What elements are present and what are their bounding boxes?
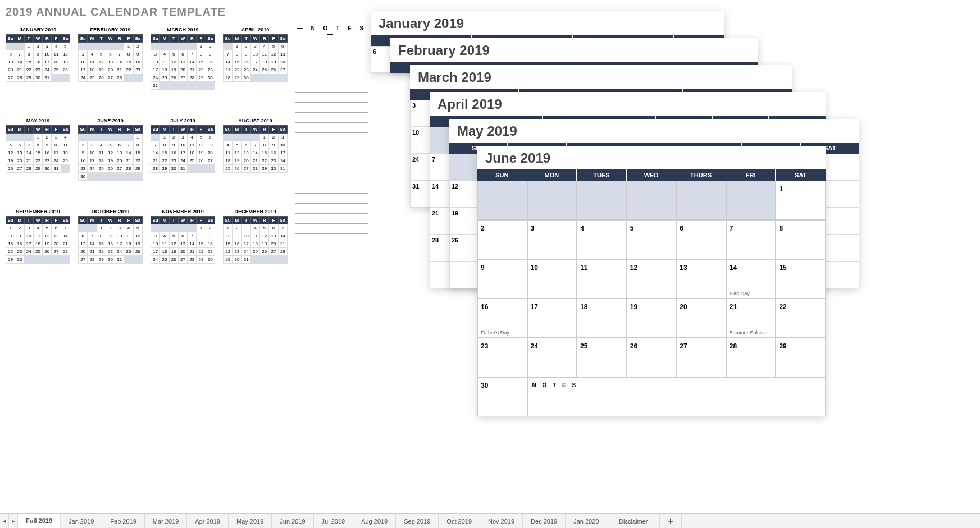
notes-line[interactable] — [295, 244, 368, 254]
june-day-cell[interactable]: 12 — [627, 259, 677, 299]
june-day-cell[interactable]: 9 — [477, 259, 527, 299]
mini-day-cell — [151, 224, 160, 232]
mini-day-cell: 31 — [52, 165, 61, 173]
sheet-tab[interactable]: Oct 2019 — [439, 514, 480, 528]
notes-line[interactable] — [295, 264, 368, 274]
mini-day-header: T — [24, 35, 33, 43]
notes-line[interactable] — [295, 163, 368, 173]
sheet-tab[interactable]: Sep 2019 — [396, 514, 439, 528]
june-day-cell[interactable]: 7 — [726, 220, 776, 259]
notes-line[interactable] — [295, 72, 368, 82]
mini-day-header: Sa — [206, 217, 215, 224]
june-day-cell[interactable]: 21Summer Solstice — [726, 299, 776, 338]
june-day-cell[interactable]: 3 — [527, 220, 577, 259]
notes-line[interactable] — [295, 143, 368, 153]
june-notes[interactable]: N O T E S — [527, 377, 826, 416]
june-day-cell[interactable]: 15 — [776, 259, 826, 299]
month-card-title: February 2019 — [390, 38, 758, 62]
june-day-cell[interactable]: 1 — [776, 181, 826, 220]
mini-day-header: T — [169, 217, 178, 224]
mini-day-cell — [160, 224, 169, 232]
mini-month-table: SuMTWRFSa1234567891011121314151617181920… — [78, 125, 143, 181]
sheet-tab[interactable]: Full 2019 — [18, 514, 61, 528]
notes-line[interactable] — [295, 103, 368, 113]
mini-day-cell — [6, 43, 15, 50]
june-day-cell[interactable]: 28 — [726, 338, 776, 377]
sheet-tab[interactable]: Nov 2019 — [480, 514, 523, 528]
june-day-cell[interactable]: 2 — [477, 220, 527, 259]
mini-month: JULY 2019SuMTWRFSa1234567891011121314151… — [151, 116, 215, 201]
june-day-cell[interactable]: 20 — [676, 299, 726, 338]
sheet-tab[interactable]: Jan 2020 — [566, 514, 607, 528]
june-day-cell[interactable]: 25 — [577, 338, 627, 377]
june-day-cell[interactable]: 13 — [676, 259, 726, 299]
notes-line[interactable] — [295, 123, 368, 133]
june-day-cell[interactable]: 18 — [577, 299, 627, 338]
june-day-cell[interactable]: 26 — [627, 338, 677, 377]
mini-day-cell: 26 — [106, 165, 115, 173]
add-sheet-button[interactable]: + — [660, 514, 681, 528]
june-day-cell[interactable]: 17 — [527, 299, 577, 338]
june-day-cell[interactable]: 19 — [627, 299, 677, 338]
notes-line[interactable] — [295, 113, 368, 123]
sheet-tab[interactable]: Jul 2019 — [314, 514, 354, 528]
notes-line[interactable] — [295, 204, 368, 214]
june-day-cell[interactable]: 29 — [776, 338, 826, 377]
notes-line[interactable] — [295, 274, 368, 284]
mini-day-cell: 1 — [124, 43, 133, 50]
sheet-tab[interactable]: Apr 2019 — [187, 514, 229, 528]
june-day-cell[interactable]: 10 — [527, 259, 577, 299]
mini-day-cell: 29 — [24, 74, 33, 82]
notes-line[interactable] — [295, 254, 368, 264]
notes-line[interactable] — [295, 153, 368, 163]
june-day-cell[interactable]: 24 — [527, 338, 577, 377]
notes-line[interactable] — [295, 52, 368, 62]
june-day-cell[interactable]: 4 — [577, 220, 627, 259]
notes-line[interactable] — [295, 93, 368, 103]
june-day-cell[interactable]: 16Father's Day — [477, 299, 527, 338]
june-day-cell[interactable]: 8 — [776, 220, 826, 259]
june-day-cell[interactable]: 14Flag Day — [726, 259, 776, 299]
mini-day-cell: 21 — [151, 157, 160, 165]
sheet-tab[interactable]: May 2019 — [229, 514, 272, 528]
notes-line[interactable] — [295, 62, 368, 72]
mini-day-cell: 8 — [133, 141, 142, 149]
mini-day-cell — [260, 256, 269, 264]
notes-line[interactable] — [295, 133, 368, 143]
mini-day-cell: 11 — [160, 240, 169, 248]
notes-line[interactable] — [295, 173, 368, 183]
notes-line[interactable] — [295, 183, 368, 194]
june-day-cell[interactable]: 11 — [577, 259, 627, 299]
sheet-tab[interactable]: Feb 2019 — [102, 514, 144, 528]
mini-day-cell: 20 — [6, 66, 15, 74]
sheet-tab[interactable]: Aug 2019 — [353, 514, 396, 528]
notes-line[interactable] — [295, 194, 368, 204]
mini-day-cell — [206, 165, 215, 173]
june-day-cell[interactable]: 22 — [776, 299, 826, 338]
mini-day-cell: 18 — [188, 149, 197, 157]
mini-day-cell — [233, 134, 241, 141]
notes-line[interactable] — [295, 224, 368, 234]
tab-nav-next[interactable]: ▸ — [9, 514, 18, 528]
june-day-cell[interactable]: 30 — [477, 377, 527, 416]
june-day-cell[interactable]: 27 — [676, 338, 726, 377]
june-day-cell[interactable]: 6 — [676, 220, 726, 259]
sheet-tab[interactable]: Dec 2019 — [523, 514, 566, 528]
mini-day-cell: 30 — [79, 173, 88, 181]
notes-line[interactable] — [295, 234, 368, 244]
sheet-tab[interactable]: Jun 2019 — [272, 514, 313, 528]
notes-line[interactable] — [295, 214, 368, 224]
tab-nav-prev[interactable]: ◂ — [0, 514, 9, 528]
june-day-cell[interactable]: 23 — [477, 338, 527, 377]
sheet-tab[interactable]: - Disclaimer - — [607, 514, 660, 528]
june-day-number: 10 — [531, 264, 538, 272]
mini-day-cell: 28 — [124, 165, 133, 173]
mini-day-cell: 21 — [188, 248, 197, 256]
notes-line[interactable] — [295, 42, 368, 52]
june-day-cell[interactable]: 5 — [627, 220, 677, 259]
sheet-tab[interactable]: Mar 2019 — [145, 514, 187, 528]
notes-line[interactable] — [295, 82, 368, 93]
mini-day-cell: 19 — [169, 66, 178, 74]
sheet-tab[interactable]: Jan 2019 — [61, 514, 102, 528]
june-day-number: 7 — [730, 224, 733, 232]
